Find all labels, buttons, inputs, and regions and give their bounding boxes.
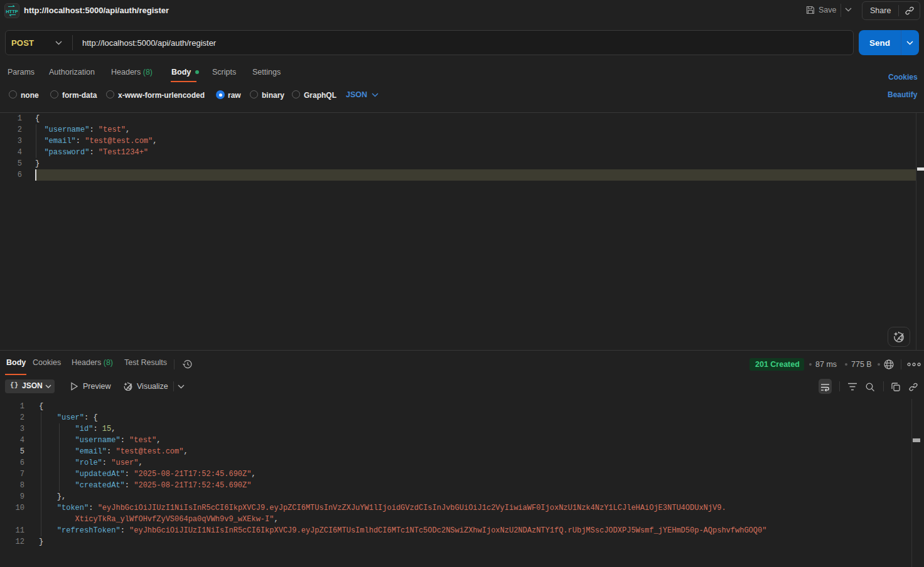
svg-text:HTTP: HTTP <box>6 9 18 14</box>
